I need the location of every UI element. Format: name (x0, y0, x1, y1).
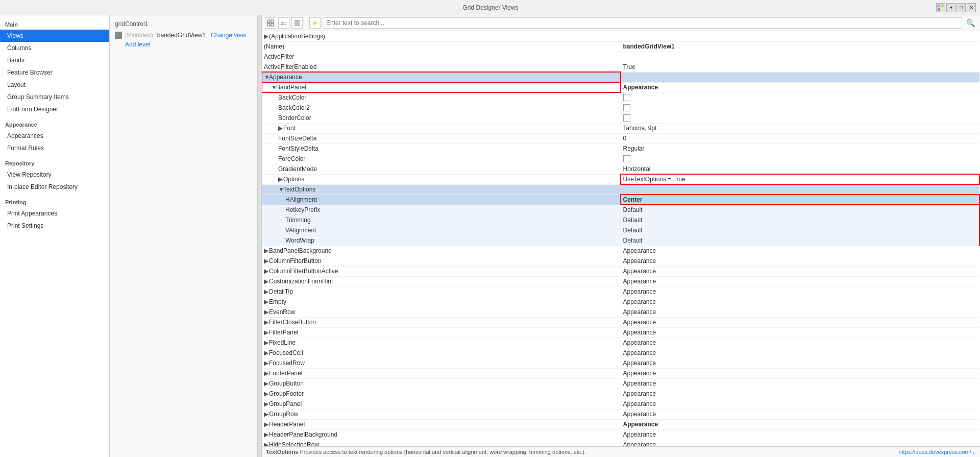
add-level-link[interactable]: Add level (115, 41, 252, 48)
toolbar-btn-grid[interactable] (265, 17, 276, 29)
table-row[interactable]: ▶ FocusedRowAppearance (262, 358, 979, 368)
change-view-link[interactable]: Change view (211, 32, 246, 39)
expand-arrow[interactable]: ▶ (278, 125, 283, 132)
expand-arrow[interactable]: ▶ (264, 329, 269, 336)
expand-arrow[interactable]: ▶ (264, 247, 269, 254)
table-row[interactable]: FontStyleDeltaRegular (262, 143, 979, 154)
expand-arrow[interactable]: ▶ (278, 176, 283, 183)
table-row[interactable]: ▶ EvenRowAppearance (262, 307, 979, 317)
expand-arrow[interactable]: ▶ (264, 339, 269, 346)
expand-arrow[interactable]: ▶ (264, 319, 269, 326)
table-row[interactable]: ActiveFilter (262, 52, 979, 62)
sidebar-item-editform[interactable]: EditForm Designer (0, 103, 109, 115)
table-row[interactable]: ▶ (ApplicationSettings) (262, 31, 979, 41)
toolbar-btn-lightning[interactable]: ⚡ (309, 17, 321, 29)
table-row[interactable]: ActiveFilterEnabledTrue (262, 62, 979, 72)
table-row[interactable]: ▶ OptionsUseTextOptions = True (262, 174, 979, 184)
table-row[interactable]: ▶ ColumnFilterButtonAppearance (262, 256, 979, 266)
expand-arrow[interactable]: ▶ (264, 431, 269, 438)
expand-arrow[interactable]: ▶ (264, 268, 269, 275)
expand-arrow[interactable]: ▶ (264, 380, 269, 387)
sidebar-item-bands[interactable]: Bands (0, 54, 109, 66)
search-input[interactable] (323, 17, 962, 29)
table-row[interactable]: ▶ HeaderPanelBackgroundAppearance (262, 429, 979, 440)
table-row[interactable]: ▼ BandPanelAppearance (262, 82, 979, 92)
expand-arrow[interactable]: ▶ (264, 298, 269, 305)
expand-arrow[interactable]: ▶ (264, 359, 269, 367)
sidebar-item-print-settings[interactable]: Print Settings (0, 220, 109, 232)
table-row[interactable]: HAlignmentCenter (262, 195, 979, 205)
table-row[interactable]: BackColor2 (262, 103, 979, 113)
sidebar-item-inplace-repository[interactable]: In-place Editor Repository (0, 181, 109, 193)
status-url[interactable]: https://docs.devexpress.com/... (898, 449, 976, 455)
expand-arrow[interactable]: ▶ (264, 370, 269, 377)
table-row[interactable]: ▶ FontTahoma, 9pt (262, 123, 979, 133)
table-row[interactable]: (Name)bandedGridView1 (262, 41, 979, 52)
expand-arrow[interactable]: ▶ (264, 411, 269, 418)
table-row[interactable]: BackColor (262, 92, 979, 103)
sidebar-item-appearances[interactable]: Appearances (0, 130, 109, 142)
table-row[interactable]: TrimmingDefault (262, 215, 979, 225)
expand-arrow[interactable]: ▼ (271, 84, 276, 91)
table-row[interactable]: ▶ FixedLineAppearance (262, 338, 979, 348)
sidebar-item-views[interactable]: Views (0, 30, 109, 42)
table-row[interactable]: ▼ Appearance (262, 72, 979, 82)
expand-arrow[interactable]: ▶ (264, 421, 269, 428)
color-swatch[interactable] (623, 155, 630, 162)
table-row[interactable]: ▶ GroupPanelAppearance (262, 399, 979, 409)
table-row[interactable]: ▶ FilterCloseButtonAppearance (262, 317, 979, 327)
table-row[interactable]: ▼ TextOptions (262, 184, 979, 195)
table-row[interactable]: WordWrapDefault (262, 235, 979, 246)
restore-button[interactable]: □ (957, 3, 966, 12)
sidebar-item-view-repository[interactable]: View Repository (0, 169, 109, 181)
expand-arrow[interactable]: ▶ (264, 400, 269, 407)
expand-arrow[interactable]: ▶ (264, 349, 269, 356)
toolbar-btn-list[interactable] (291, 17, 303, 29)
table-row[interactable]: ▶ CustomizationFormHintAppearance (262, 276, 979, 286)
table-row[interactable]: ▶ FooterPanelAppearance (262, 368, 979, 378)
table-row[interactable]: ▶ GroupButtonAppearance (262, 378, 979, 389)
table-row[interactable]: BorderColor (262, 113, 979, 123)
expand-arrow[interactable]: ▼ (278, 186, 283, 193)
expand-arrow[interactable]: ▶ (264, 390, 269, 397)
dropdown-btn[interactable]: ▾ (946, 3, 955, 12)
expand-arrow[interactable]: ▼ (264, 74, 269, 81)
sidebar-item-format-rules[interactable]: Format Rules (0, 142, 109, 154)
close-button[interactable]: ✕ (967, 3, 976, 12)
expand-arrow[interactable]: ▶ (264, 278, 269, 285)
expand-arrow[interactable]: ▶ (264, 308, 269, 316)
sidebar-item-feature-browser[interactable]: Feature Browser (0, 66, 109, 79)
table-row[interactable]: ▶ GroupFooterAppearance (262, 389, 979, 399)
expand-arrow[interactable]: ▶ (264, 288, 269, 295)
table-row[interactable]: ▶ FocusedCellAppearance (262, 348, 979, 358)
table-row[interactable]: VAlignmentDefault (262, 225, 979, 235)
table-row[interactable]: ▶ BandPanelBackgroundAppearance (262, 246, 979, 256)
table-row[interactable]: ▶ DetailTipAppearance (262, 286, 979, 297)
expand-arrow[interactable]: ▶ (264, 441, 269, 446)
table-row[interactable]: HotkeyPrefixDefault (262, 205, 979, 215)
table-row[interactable]: ▶ HeaderPanelAppearance (262, 419, 979, 429)
table-row[interactable]: FontSizeDelta0 (262, 133, 979, 143)
table-row[interactable]: ForeColor (262, 154, 979, 164)
window-controls[interactable]: ▾ □ ✕ (936, 3, 976, 12)
table-row[interactable]: ▶ ColumnFilterButtonActiveAppearance (262, 266, 979, 276)
svg-rect-1 (941, 5, 944, 7)
sidebar-item-columns[interactable]: Columns (0, 42, 109, 54)
color-swatch[interactable] (623, 104, 630, 111)
table-row[interactable]: GradientModeHorizontal (262, 164, 979, 174)
splitter[interactable] (258, 15, 262, 457)
table-row[interactable]: ▶ FilterPanelAppearance (262, 327, 979, 338)
expand-arrow[interactable]: ▶ (264, 33, 269, 40)
toolbar-btn-24[interactable]: 24 (278, 17, 289, 29)
table-row[interactable]: ▶ HideSelectionRowAppearance (262, 440, 979, 446)
color-grid-icon[interactable] (936, 3, 945, 12)
sidebar-item-print-appearances[interactable]: Print Appearances (0, 207, 109, 220)
color-swatch[interactable] (623, 94, 630, 101)
sidebar-item-group-summary[interactable]: Group Summary Items (0, 91, 109, 103)
color-swatch[interactable] (623, 114, 630, 122)
expand-arrow[interactable]: ▶ (264, 257, 269, 264)
table-row[interactable]: ▶ EmptyAppearance (262, 297, 979, 307)
prop-name-label: HeaderPanelBackground (269, 431, 337, 438)
sidebar-item-layout[interactable]: Layout (0, 79, 109, 91)
table-row[interactable]: ▶ GroupRowAppearance (262, 409, 979, 419)
